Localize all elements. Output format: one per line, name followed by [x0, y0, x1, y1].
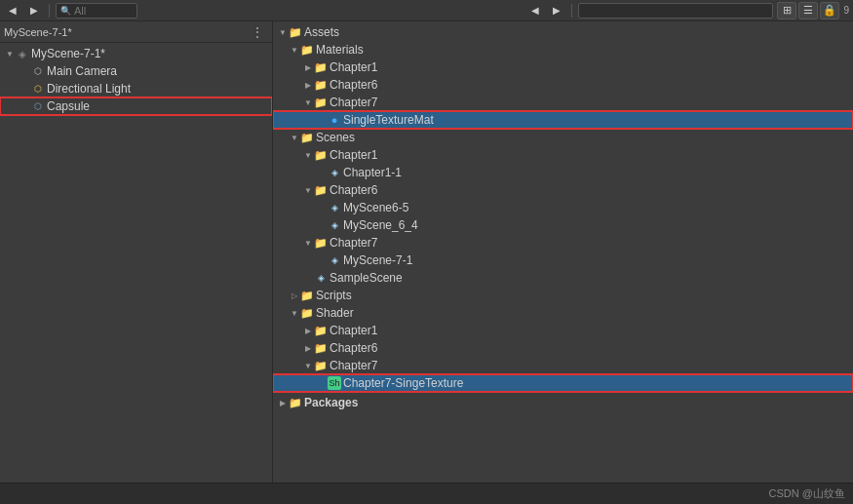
tree-label-chapter7-singetexture: Chapter7-SingeTexture	[343, 376, 463, 390]
scene-icon-myscene-7-1: ◈	[328, 253, 341, 267]
arrow-sample-scene	[302, 272, 314, 284]
tree-item-chapter7-singetexture[interactable]: Sh Chapter7-SingeTexture	[273, 374, 853, 392]
right-back-icon[interactable]: ◀	[526, 2, 544, 19]
lock-button[interactable]: 🔒	[820, 2, 839, 19]
tree-label-packages: Packages	[304, 396, 358, 409]
tree-label-myscene-6-5: MyScene6-5	[343, 201, 408, 214]
separator-2	[571, 4, 572, 18]
tree-item-shader[interactable]: ▼ 📁 Shader	[273, 304, 853, 322]
hierarchy-search-box[interactable]: 🔍	[56, 3, 137, 19]
tree-label-chapter6-shader: Chapter6	[330, 341, 377, 355]
arrow-directional-light	[19, 83, 31, 95]
tree-item-packages[interactable]: ▶ 📁 Packages	[273, 394, 853, 411]
tree-item-single-texture-mat[interactable]: ● SingleTextureMat	[273, 111, 853, 129]
tree-label-assets: Assets	[304, 25, 339, 39]
tree-item-chapter1-shader[interactable]: ▶ 📁 Chapter1	[273, 322, 853, 339]
package-icon: 📁	[289, 396, 302, 409]
watermark-text: CSDN @山纹鱼	[769, 486, 845, 501]
hierarchy-search-input[interactable]	[74, 5, 133, 17]
folder-icon-scenes: 📁	[300, 131, 314, 144]
tree-item-chapter6-shader[interactable]: ▶ 📁 Chapter6	[273, 339, 853, 357]
material-icon-single-texture: ●	[328, 113, 341, 127]
asset-search-box[interactable]	[578, 3, 773, 19]
folder-icon-chapter1-scene: 📁	[314, 148, 328, 162]
arrow-scripts: ▷	[289, 290, 300, 301]
tree-item-scripts[interactable]: ▷ 📁 Scripts	[273, 287, 853, 304]
asset-search-input[interactable]	[583, 5, 768, 17]
tree-item-materials[interactable]: ▼ 📁 Materials	[273, 41, 853, 58]
folder-icon-chapter6-scene: 📁	[314, 183, 328, 197]
arrow-chapter6-mat: ▶	[302, 79, 314, 91]
tree-item-myscene-7-1[interactable]: ◈ MyScene-7-1	[273, 252, 853, 269]
arrow-chapter7-shader: ▼	[302, 360, 314, 371]
tree-item-myscene-6-5[interactable]: ◈ MyScene6-5	[273, 199, 853, 216]
tree-item-directional-light[interactable]: ⬡ Directional Light	[0, 80, 272, 97]
tree-item-chapter7-shader[interactable]: ▼ 📁 Chapter7	[273, 357, 853, 374]
tree-label-myscene-7-1: MyScene-7-1	[343, 253, 412, 267]
list-view-button[interactable]: ☰	[798, 2, 818, 19]
view-badge: 9	[843, 5, 849, 16]
tree-item-scene-root[interactable]: ▼ ◈ MyScene-7-1*	[0, 45, 272, 62]
shader-icon-chapter7: Sh	[328, 376, 341, 390]
separator-1	[49, 4, 50, 18]
tree-label-scenes: Scenes	[316, 131, 355, 144]
folder-icon-materials: 📁	[300, 43, 314, 57]
tree-label-capsule: Capsule	[47, 99, 90, 113]
back-icon[interactable]: ◀	[4, 2, 21, 19]
folder-icon-chapter6-shader: 📁	[314, 341, 328, 355]
grid-view-button[interactable]: ⊞	[777, 2, 796, 19]
arrow-chapter6-shader: ▶	[302, 342, 314, 354]
tree-item-chapter6-scene[interactable]: ▼ 📁 Chapter6	[273, 181, 853, 199]
folder-icon-chapter7-mat: 📁	[314, 96, 328, 109]
arrow-chapter1-1	[316, 167, 328, 178]
scene-icon: ◈	[16, 47, 29, 60]
hierarchy-panel-title: MyScene-7-1*	[4, 26, 72, 38]
hierarchy-tree: ▼ ◈ MyScene-7-1* ⬡ Main Camera ⬡ Directi…	[0, 43, 272, 483]
scene-icon-chapter1-1: ◈	[328, 166, 341, 179]
scene-icon-myscene-6-5: ◈	[328, 201, 341, 214]
folder-icon-shader: 📁	[300, 306, 314, 320]
search-icon: 🔍	[60, 6, 71, 16]
view-controls: ⊞ ☰ 🔒 9	[777, 2, 849, 19]
arrow-chapter7-singetexture	[316, 377, 328, 389]
tree-item-chapter6-mat[interactable]: ▶ 📁 Chapter6	[273, 76, 853, 94]
tree-item-chapter1-1[interactable]: ◈ Chapter1-1	[273, 164, 853, 181]
folder-icon-chapter7-shader: 📁	[314, 359, 328, 372]
forward-icon[interactable]: ▶	[25, 2, 43, 19]
right-forward-icon[interactable]: ▶	[548, 2, 565, 19]
tree-label-chapter6-mat: Chapter6	[330, 78, 377, 92]
arrow-packages: ▶	[277, 397, 289, 408]
arrow-chapter7-scene: ▼	[302, 237, 314, 249]
arrow-chapter1-mat: ▶	[302, 61, 314, 73]
scene-icon-sample-scene: ◈	[314, 271, 328, 285]
tree-label-chapter6-scene: Chapter6	[330, 183, 377, 197]
tree-item-chapter1-scene[interactable]: ▼ 📁 Chapter1	[273, 146, 853, 164]
arrow-chapter6-scene: ▼	[302, 184, 314, 196]
folder-icon-assets: 📁	[289, 25, 302, 39]
tree-item-myscene-6-4[interactable]: ◈ MyScene_6_4	[273, 216, 853, 234]
tree-item-chapter7-scene[interactable]: ▼ 📁 Chapter7	[273, 234, 853, 252]
bottom-bar: CSDN @山纹鱼	[0, 483, 853, 504]
tree-item-main-camera[interactable]: ⬡ Main Camera	[0, 62, 272, 80]
tree-item-chapter7-mat[interactable]: ▼ 📁 Chapter7	[273, 94, 853, 111]
camera-icon: ⬡	[31, 64, 45, 78]
tree-label-scripts: Scripts	[316, 289, 352, 302]
tree-item-assets[interactable]: ▼ 📁 Assets	[273, 23, 853, 41]
tree-label-directional-light: Directional Light	[47, 82, 131, 96]
assets-panel: ▼ 📁 Assets ▼ 📁 Materials ▶ 📁 Chapter1 ▶ …	[273, 21, 853, 483]
folder-icon-chapter7-scene: 📁	[314, 236, 328, 250]
tree-item-capsule[interactable]: ⬡ Capsule	[0, 97, 272, 115]
tree-label-myscene-6-4: MyScene_6_4	[343, 218, 418, 232]
tree-label-single-texture-mat: SingleTextureMat	[343, 113, 434, 127]
arrow-scene-root: ▼	[4, 48, 16, 59]
tree-item-sample-scene[interactable]: ◈ SampleScene	[273, 269, 853, 287]
hierarchy-options-button[interactable]: ⋮	[247, 24, 268, 40]
arrow-chapter7-mat: ▼	[302, 97, 314, 108]
tree-item-scenes[interactable]: ▼ 📁 Scenes	[273, 129, 853, 146]
tree-label-main-camera: Main Camera	[47, 64, 117, 78]
arrow-chapter1-shader: ▶	[302, 325, 314, 336]
tree-item-chapter1-mat[interactable]: ▶ 📁 Chapter1	[273, 58, 853, 76]
asset-tree: ▼ 📁 Assets ▼ 📁 Materials ▶ 📁 Chapter1 ▶ …	[273, 21, 853, 483]
arrow-scenes: ▼	[289, 132, 300, 143]
arrow-assets: ▼	[277, 26, 289, 38]
